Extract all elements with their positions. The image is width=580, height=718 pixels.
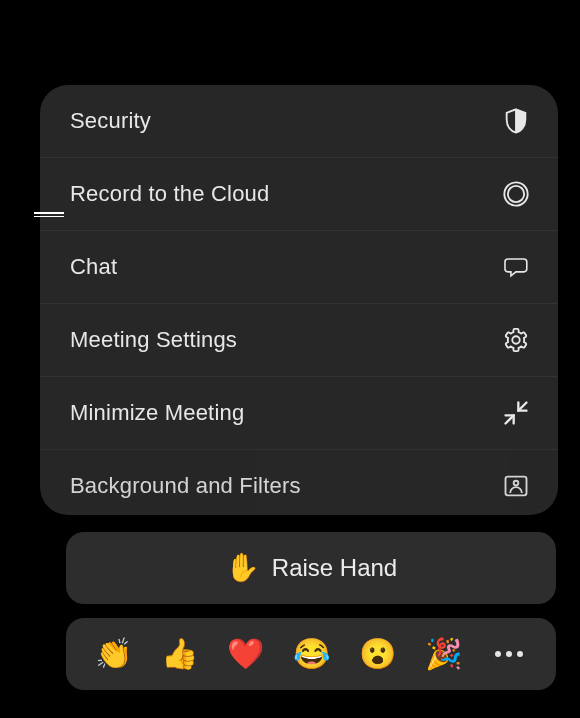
background-icon [502, 472, 530, 500]
reaction-heart[interactable]: ❤️ [220, 629, 270, 679]
menu-item-label: Record to the Cloud [70, 181, 269, 207]
raise-hand-icon: ✋ [225, 554, 260, 582]
menu-item-label: Meeting Settings [70, 327, 237, 353]
menu-item-chat[interactable]: Chat [40, 230, 558, 303]
svg-point-4 [514, 481, 519, 486]
shield-icon [502, 107, 530, 135]
svg-point-2 [512, 336, 519, 343]
menu-item-settings[interactable]: Meeting Settings [40, 303, 558, 376]
menu-item-label: Minimize Meeting [70, 400, 244, 426]
menu-item-security[interactable]: Security [40, 85, 558, 157]
reactions-bar: 👏 👍 ❤️ 😂 😮 🎉 [66, 618, 556, 690]
reaction-clap[interactable]: 👏 [88, 629, 138, 679]
drag-handle-icon [34, 212, 64, 219]
menu-list: Security Record to the Cloud Chat [40, 85, 558, 515]
chat-icon [502, 253, 530, 281]
menu-item-background[interactable]: Background and Filters [40, 449, 558, 515]
raise-hand-button[interactable]: ✋ Raise Hand [66, 532, 556, 604]
raise-hand-label: Raise Hand [272, 554, 397, 582]
menu-item-minimize[interactable]: Minimize Meeting [40, 376, 558, 449]
reaction-party[interactable]: 🎉 [418, 629, 468, 679]
reaction-laugh[interactable]: 😂 [286, 629, 336, 679]
menu-item-label: Background and Filters [70, 473, 301, 499]
gear-icon [502, 326, 530, 354]
reaction-thumbs-up[interactable]: 👍 [154, 629, 204, 679]
record-icon [502, 180, 530, 208]
svg-point-1 [508, 186, 524, 202]
minimize-icon [502, 399, 530, 427]
menu-item-label: Chat [70, 254, 117, 280]
reactions-more-button[interactable] [484, 629, 534, 679]
reaction-wow[interactable]: 😮 [352, 629, 402, 679]
menu-item-record[interactable]: Record to the Cloud [40, 157, 558, 230]
menu-item-label: Security [70, 108, 151, 134]
meeting-more-menu: Security Record to the Cloud Chat [40, 85, 558, 515]
